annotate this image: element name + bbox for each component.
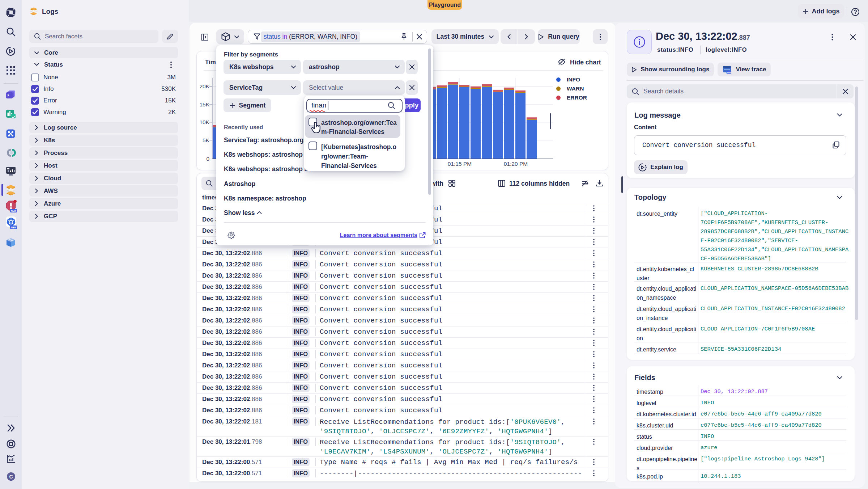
svg-text:NEW: NEW	[727, 71, 731, 73]
svg-text:NEW: NEW	[11, 226, 17, 229]
svg-text:0: 0	[206, 156, 209, 162]
svg-text:01:20 PM: 01:20 PM	[504, 161, 528, 167]
svg-text:15K: 15K	[199, 101, 209, 108]
svg-text:NEW: NEW	[11, 210, 17, 212]
svg-text:10K: 10K	[199, 119, 209, 125]
svg-text:01:15 PM: 01:15 PM	[448, 161, 472, 167]
svg-text:5K: 5K	[203, 137, 210, 143]
svg-text:20K: 20K	[199, 83, 209, 89]
